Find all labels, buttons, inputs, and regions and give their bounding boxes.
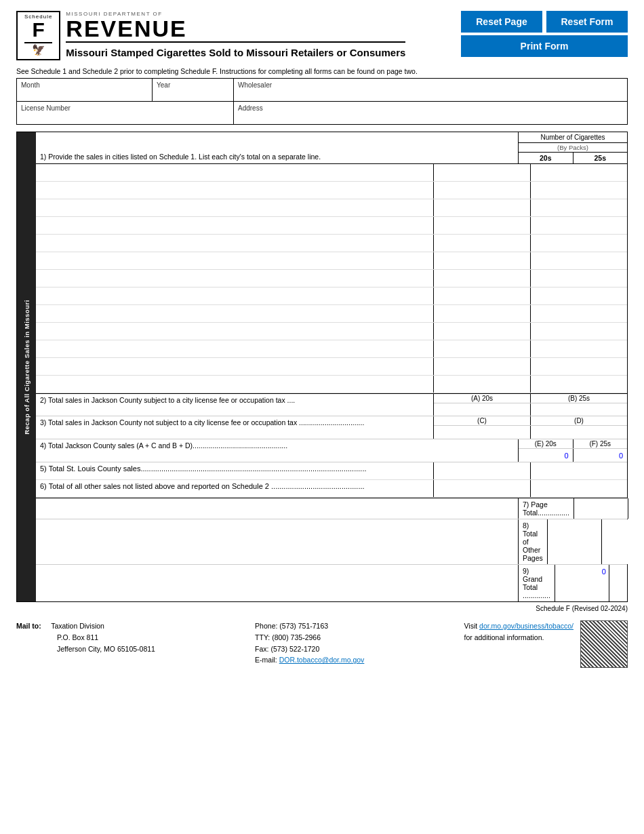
schedule-note: Schedule F (Revised 02-2024) (16, 605, 628, 612)
city-row-13 (36, 376, 627, 393)
city-25s-8[interactable] (531, 287, 627, 304)
month-input[interactable] (21, 90, 148, 98)
city-20s-6[interactable] (434, 252, 530, 269)
city-name-13[interactable] (40, 378, 429, 386)
city-row-11 (36, 340, 627, 358)
city-data-rows (36, 164, 627, 393)
city-25s-3[interactable] (531, 199, 627, 216)
city-25s-7[interactable] (531, 270, 627, 287)
other-20s-input[interactable] (434, 480, 530, 497)
section1-instruction: 1) Provide the sales in cities listed on… (36, 132, 519, 163)
city-25s-12[interactable] (531, 358, 627, 375)
info-fields: Month Year Wholesaler License Number Add… (16, 78, 628, 125)
grand-total-25s: 0 (609, 565, 644, 601)
city-name-7[interactable] (40, 272, 429, 280)
city-name-10[interactable] (40, 325, 429, 333)
reset-page-button[interactable]: Reset Page (461, 11, 542, 33)
city-row-2 (36, 182, 627, 199)
page-total-label: 7) Page Total................ (519, 498, 574, 519)
city-row-7 (36, 270, 627, 287)
stl-20s-input[interactable] (434, 462, 530, 479)
city-20s-12[interactable] (434, 358, 530, 375)
city-25s-13[interactable] (531, 376, 627, 393)
other-sales-label: 6) Total of all other sales not listed a… (40, 482, 365, 490)
year-label: Year (157, 81, 229, 89)
license-input[interactable] (21, 113, 229, 121)
other-pages-row: 8) Total of Other Pages (36, 519, 627, 565)
qr-code (580, 620, 628, 668)
city-name-4[interactable] (40, 219, 429, 227)
jc-b-input[interactable] (531, 403, 627, 416)
city-25s-2[interactable] (531, 182, 627, 199)
other-pages-25s-input[interactable] (602, 519, 644, 564)
revenue-title: REVENUE (66, 17, 405, 40)
address-input[interactable] (238, 113, 623, 121)
city-name-12[interactable] (40, 360, 429, 368)
col-e-head: (E) 20s (519, 439, 573, 448)
city-name-9[interactable] (40, 307, 429, 315)
city-20s-1[interactable] (434, 164, 530, 181)
jc-e-value: 0 (519, 449, 573, 462)
print-form-button[interactable]: Print Form (461, 35, 628, 57)
city-20s-3[interactable] (434, 199, 530, 216)
city-25s-10[interactable] (531, 323, 627, 340)
city-name-1[interactable] (40, 166, 429, 174)
jc-a-input[interactable] (434, 403, 530, 416)
page-total-25s-input[interactable] (628, 498, 644, 519)
by-packs-label: (By Packs) (519, 143, 627, 153)
city-20s-4[interactable] (434, 217, 530, 234)
jc-d-input[interactable] (531, 426, 627, 439)
city-20s-10[interactable] (434, 323, 530, 340)
city-20s-2[interactable] (434, 182, 530, 199)
email-link[interactable]: DOR.tobacco@dor.mo.gov (279, 656, 365, 664)
city-name-6[interactable] (40, 254, 429, 262)
city-25s-1[interactable] (531, 164, 627, 181)
fax-label: Fax: (573) 522-1720 (255, 645, 319, 653)
jc-total-row: 4) Total Jackson County sales (A + C and… (36, 439, 627, 462)
city-row-4 (36, 217, 627, 235)
year-input[interactable] (157, 90, 229, 98)
city-20s-13[interactable] (434, 376, 530, 393)
city-row-5 (36, 235, 627, 252)
footer: Mail to: Taxation Division P.O. Box 811 … (16, 620, 628, 668)
city-25s-9[interactable] (531, 305, 627, 322)
city-name-5[interactable] (40, 237, 429, 245)
header-buttons: Reset Page Reset Form Print Form (461, 11, 628, 57)
city-row-1 (36, 164, 627, 182)
city-25s-4[interactable] (531, 217, 627, 234)
jc-license-label: 2) Total sales in Jackson County subject… (36, 394, 434, 416)
jc-c-input[interactable] (434, 426, 530, 439)
stl-county-row: 5) Total St. Louis County sales.........… (36, 462, 627, 480)
city-name-8[interactable] (40, 290, 429, 298)
reset-form-button[interactable]: Reset Form (546, 11, 628, 33)
city-name-11[interactable] (40, 342, 429, 351)
visit-suffix: for additional information. (464, 633, 544, 641)
stl-25s-input[interactable] (531, 462, 627, 479)
city-25s-11[interactable] (531, 340, 627, 357)
city-25s-6[interactable] (531, 252, 627, 269)
schedule-icon: 🦅 (32, 43, 45, 56)
page-total-20s-input[interactable] (574, 498, 628, 519)
instruction-text: See Schedule 1 and Schedule 2 prior to c… (16, 67, 628, 75)
col-f-head: (F) 25s (573, 439, 628, 448)
city-20s-5[interactable] (434, 235, 530, 252)
other-pages-20s-input[interactable] (548, 519, 601, 564)
side-label-container: Recap of All Cigarette Sales in Missouri (17, 132, 36, 601)
jc-license-row: 2) Total sales in Jackson County subject… (36, 393, 627, 416)
city-row-6 (36, 252, 627, 270)
city-25s-5[interactable] (531, 235, 627, 252)
jc-total-label: 4) Total Jackson County sales (A + C and… (36, 439, 519, 462)
other-25s-input[interactable] (531, 480, 627, 497)
city-20s-9[interactable] (434, 305, 530, 322)
mail-line2: P.O. Box 811 (57, 633, 98, 641)
city-20s-8[interactable] (434, 287, 530, 304)
totals-section: 7) Page Total................ 8) Total o… (36, 498, 627, 601)
city-20s-7[interactable] (434, 270, 530, 287)
wholesaler-input[interactable] (238, 90, 623, 98)
email-label: E-mail: (255, 656, 279, 664)
city-name-2[interactable] (40, 184, 429, 192)
city-20s-11[interactable] (434, 340, 530, 357)
city-name-3[interactable] (40, 201, 429, 210)
website-link[interactable]: dor.mo.gov/business/tobacco/ (479, 622, 573, 630)
col-d-head: (D) (531, 416, 627, 425)
